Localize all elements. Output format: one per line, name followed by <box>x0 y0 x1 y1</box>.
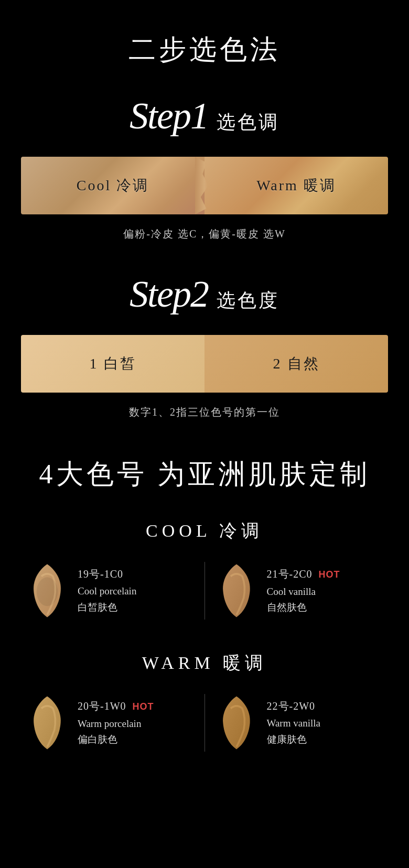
step1-italic: Step1 <box>130 95 208 137</box>
tone-cool-label: Cool 冷调 <box>77 176 149 196</box>
product-22-en: Warm vanilla <box>267 717 383 731</box>
product-19-en: Cool porcelain <box>78 584 194 599</box>
swatch-21-svg <box>216 562 257 620</box>
product-21-cn: 自然肤色 <box>267 601 383 615</box>
swatch-22-svg <box>216 694 257 752</box>
tone-warm-label: Warm 暖调 <box>256 176 336 196</box>
four-colors-title: 4大色号 为亚洲肌肤定制 <box>0 456 409 493</box>
product-20-cn: 偏白肤色 <box>78 733 194 747</box>
product-20: 20号-1W0 HOT Warm porcelain 偏白肤色 <box>16 694 204 752</box>
tone-cool: Cool 冷调 <box>21 157 204 214</box>
swatch-20 <box>26 694 68 752</box>
hot-tag-21: HOT <box>319 569 340 580</box>
product-21-info: 21号-2C0 HOT Cool vanilla 自然肤色 <box>267 567 383 614</box>
swatch-19 <box>26 562 68 620</box>
page-container: 二步选色法 Step1 选色调 Cool 冷调 Warm 暖调 偏粉-冷皮 选C… <box>0 0 409 825</box>
product-20-en: Warm porcelain <box>78 717 194 731</box>
product-21: 21号-2C0 HOT Cool vanilla 自然肤色 <box>204 562 394 620</box>
step2-hint: 数字1、2指三位色号的第一位 <box>0 405 409 419</box>
product-19-cn: 白皙肤色 <box>78 601 194 615</box>
product-20-number: 20号-1W0 HOT <box>78 699 194 713</box>
product-22-info: 22号-2W0 Warm vanilla 健康肤色 <box>267 699 383 746</box>
swatch-21 <box>216 562 257 620</box>
step1-heading: Step1 选色调 <box>0 94 409 138</box>
degree-light-label: 1 白皙 <box>90 354 136 374</box>
product-21-en: Cool vanilla <box>267 585 383 599</box>
degree-natural-label: 2 自然 <box>273 354 320 374</box>
degree-light: 1 白皙 <box>21 335 204 393</box>
step2-label: 选色度 <box>217 290 279 311</box>
degree-bar: 1 白皙 2 自然 <box>21 335 388 393</box>
product-21-number: 21号-2C0 HOT <box>267 567 383 581</box>
product-19-number: 19号-1C0 <box>78 567 194 581</box>
step2-heading: Step2 选色度 <box>0 273 409 316</box>
swatch-20-svg <box>26 694 68 752</box>
warm-products-row: 20号-1W0 HOT Warm porcelain 偏白肤色 <box>16 694 393 752</box>
main-title: 二步选色法 <box>0 31 409 68</box>
step1-hint: 偏粉-冷皮 选C，偏黄-暖皮 选W <box>0 227 409 241</box>
swatch-19-svg <box>26 562 68 620</box>
step1-label: 选色调 <box>217 112 279 133</box>
tone-bar: Cool 冷调 Warm 暖调 <box>21 157 388 214</box>
cool-category-heading: COOL 冷调 <box>0 519 409 543</box>
product-19: 19号-1C0 Cool porcelain 白皙肤色 <box>16 562 204 620</box>
warm-category-heading: WARM 暖调 <box>0 651 409 675</box>
product-22-number: 22号-2W0 <box>267 699 383 713</box>
product-19-info: 19号-1C0 Cool porcelain 白皙肤色 <box>78 567 194 614</box>
product-22: 22号-2W0 Warm vanilla 健康肤色 <box>204 694 394 752</box>
tone-warm: Warm 暖调 <box>204 157 388 214</box>
hot-tag-20: HOT <box>133 701 154 712</box>
product-20-info: 20号-1W0 HOT Warm porcelain 偏白肤色 <box>78 699 194 746</box>
cool-products-row: 19号-1C0 Cool porcelain 白皙肤色 <box>16 562 393 620</box>
product-22-cn: 健康肤色 <box>267 733 383 747</box>
swatch-22 <box>216 694 257 752</box>
degree-natural: 2 自然 <box>204 335 388 393</box>
step2-italic: Step2 <box>130 273 208 315</box>
